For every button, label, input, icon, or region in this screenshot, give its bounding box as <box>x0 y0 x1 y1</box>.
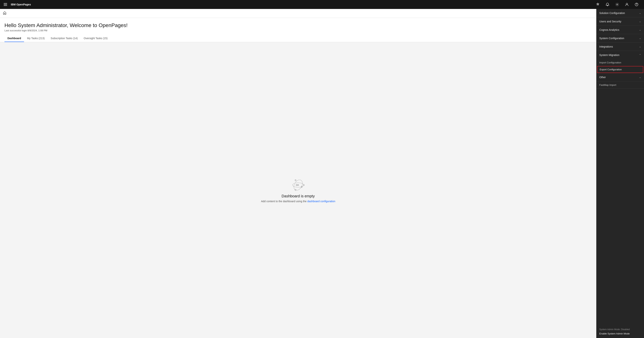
app-title: IBM OpenPages <box>11 3 31 6</box>
export-configuration-item[interactable]: Export Configuration <box>597 66 643 73</box>
main-layout: Hello System Administrator, Welcome to O… <box>0 9 644 338</box>
tab-my-tasks[interactable]: My Tasks (213) <box>24 35 48 42</box>
tab-subscription-tasks[interactable]: Subscription Tasks (14) <box>48 35 81 42</box>
integrations-header[interactable]: Integrations ⌄ <box>596 43 644 51</box>
fastmap-import-item[interactable]: FastMap Import <box>596 82 644 88</box>
svg-point-1 <box>626 3 628 5</box>
user-icon-button[interactable] <box>622 0 631 9</box>
sidebar-section-other: Other ⌄ <box>596 73 644 82</box>
dashboard-content: Dashboard is empty Add content to the da… <box>0 42 596 338</box>
empty-state-title: Dashboard is empty <box>282 194 315 198</box>
welcome-section: Hello System Administrator, Welcome to O… <box>0 18 596 42</box>
system-configuration-header[interactable]: System Configuration ⌄ <box>596 34 644 42</box>
welcome-title: Hello System Administrator, Welcome to O… <box>4 22 592 28</box>
right-sidebar: Solution Configuration ⌄ Users and Secur… <box>596 9 644 338</box>
cognos-analytics-chevron: ⌄ <box>639 29 641 31</box>
sidebar-section-solution-configuration: Solution Configuration ⌄ <box>596 9 644 17</box>
top-nav-right <box>593 0 641 9</box>
enable-system-admin-mode-button[interactable]: Enable System Admin Mode <box>599 332 630 335</box>
sidebar-section-system-migration: System Migration ⌃ Import Configuration … <box>596 51 644 73</box>
tabs-bar: Dashboard My Tasks (213) Subscription Ta… <box>4 35 592 42</box>
top-nav-left: IBM OpenPages <box>3 3 593 7</box>
sidebar-bottom: System Admin Mode: Disabled Enable Syste… <box>596 325 644 338</box>
bookmark-icon-button[interactable] <box>593 0 602 9</box>
dashboard-config-link[interactable]: dashboard configuration <box>307 200 335 203</box>
sidebar-section-system-configuration: System Configuration ⌄ <box>596 34 644 43</box>
svg-point-9 <box>295 189 296 190</box>
other-header[interactable]: Other ⌄ <box>596 73 644 81</box>
svg-point-0 <box>616 4 618 5</box>
sidebar-section-users-and-security: Users and Security ⌄ <box>596 17 644 26</box>
welcome-subtitle: Last successful login 8/9/2024, 1:08 PM <box>4 29 592 32</box>
system-migration-header[interactable]: System Migration ⌃ <box>596 51 644 59</box>
solution-configuration-chevron: ⌄ <box>639 12 641 14</box>
users-and-security-chevron: ⌄ <box>639 20 641 23</box>
tab-oversight-tasks[interactable]: Oversight Tasks (15) <box>81 35 110 42</box>
empty-dashboard-message: Dashboard is empty Add content to the da… <box>261 178 336 203</box>
users-and-security-header[interactable]: Users and Security ⌄ <box>596 17 644 26</box>
settings-icon-button[interactable] <box>613 0 622 9</box>
empty-state-icon <box>291 178 306 192</box>
content-area: Hello System Administrator, Welcome to O… <box>0 9 596 338</box>
svg-point-6 <box>298 184 299 186</box>
svg-point-3 <box>636 5 637 6</box>
tab-dashboard[interactable]: Dashboard <box>4 35 24 42</box>
sidebar-fastmap-section: FastMap Import <box>596 82 644 89</box>
svg-point-5 <box>292 178 304 192</box>
solution-configuration-header[interactable]: Solution Configuration ⌄ <box>596 9 644 17</box>
breadcrumb-bar <box>0 9 596 18</box>
import-configuration-item[interactable]: Import Configuration <box>596 59 644 66</box>
system-migration-items: Import Configuration Export Configuratio… <box>596 59 644 73</box>
top-nav: IBM OpenPages <box>0 0 644 9</box>
svg-point-8 <box>295 180 296 181</box>
menu-icon[interactable] <box>3 3 8 7</box>
notifications-icon-button[interactable] <box>603 0 612 9</box>
home-icon[interactable] <box>3 11 6 16</box>
integrations-chevron: ⌄ <box>639 45 641 48</box>
cognos-analytics-header[interactable]: Cognos Analytics ⌄ <box>596 26 644 34</box>
sidebar-section-integrations: Integrations ⌄ <box>596 43 644 51</box>
empty-state-subtitle: Add content to the dashboard using the d… <box>261 200 336 203</box>
system-admin-status: System Admin Mode: Disabled <box>599 328 641 331</box>
help-icon-button[interactable] <box>632 0 641 9</box>
other-chevron: ⌄ <box>639 76 641 79</box>
svg-point-7 <box>303 184 304 186</box>
system-configuration-chevron: ⌄ <box>639 37 641 40</box>
sidebar-section-cognos-analytics: Cognos Analytics ⌄ <box>596 26 644 34</box>
system-migration-chevron: ⌃ <box>639 54 641 56</box>
